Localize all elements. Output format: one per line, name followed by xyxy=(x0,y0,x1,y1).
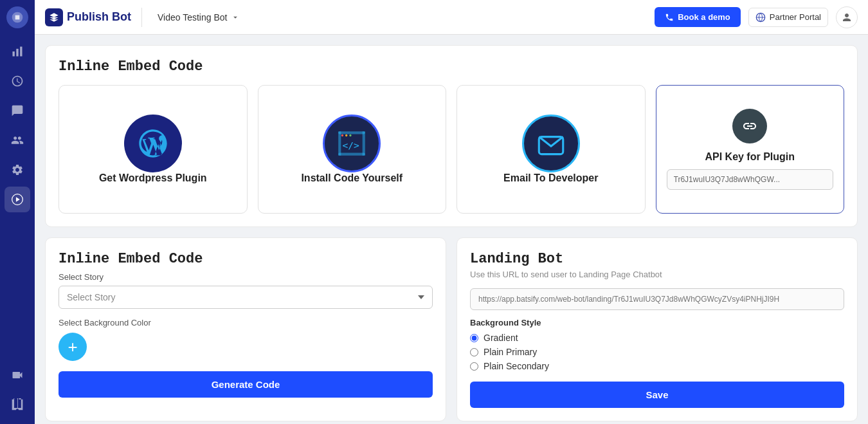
code-icon: </> xyxy=(336,127,368,160)
inline-embed-form-card: Inline Embed Code Select Story Select St… xyxy=(45,237,446,421)
bg-color-label: Select Background Color xyxy=(59,318,433,327)
email-developer-option[interactable]: Email To Developer xyxy=(457,85,646,214)
background-style-options: Gradient Plain Primary Plain Secondary xyxy=(470,333,844,371)
inline-embed-title: Inline Embed Code xyxy=(59,251,433,267)
sidebar xyxy=(0,0,35,424)
phone-icon xyxy=(665,13,674,22)
top-embed-card: Inline Embed Code Get Wordpress Plugin xyxy=(45,45,858,227)
api-key-title: API Key for Plugin xyxy=(705,151,795,163)
partner-portal-icon xyxy=(755,12,766,23)
gradient-radio[interactable] xyxy=(470,334,478,342)
svg-point-12 xyxy=(345,134,347,136)
brand: Publish Bot xyxy=(45,8,131,26)
svg-rect-8 xyxy=(338,131,341,156)
top-card-title: Inline Embed Code xyxy=(59,59,844,75)
plain-secondary-radio[interactable] xyxy=(470,362,478,371)
header-divider xyxy=(141,8,142,27)
api-key-input[interactable] xyxy=(667,169,834,190)
svg-rect-10 xyxy=(338,153,365,156)
select-story-label: Select Story xyxy=(59,272,433,282)
book-icon xyxy=(11,398,24,411)
plain-primary-label: Plain Primary xyxy=(484,347,537,357)
add-color-button[interactable]: + xyxy=(59,333,87,361)
brand-icon xyxy=(45,8,63,26)
plain-secondary-option[interactable]: Plain Secondary xyxy=(470,361,844,371)
gradient-label: Gradient xyxy=(484,333,518,343)
email-developer-label: Email To Developer xyxy=(503,172,598,184)
code-icon-ring: </> xyxy=(323,115,381,172)
user-icon xyxy=(841,12,853,23)
bot-selector[interactable]: Video Testing Bot xyxy=(152,10,245,25)
svg-point-13 xyxy=(350,134,352,136)
bg-style-label: Background Style xyxy=(470,318,844,327)
sidebar-item-launch[interactable] xyxy=(5,187,30,212)
wordpress-option[interactable]: Get Wordpress Plugin xyxy=(59,85,248,214)
wordpress-icon-ring xyxy=(124,115,182,172)
svg-rect-7 xyxy=(338,131,365,134)
svg-text:</>: </> xyxy=(343,140,360,151)
save-button[interactable]: Save xyxy=(470,382,844,408)
api-key-icon xyxy=(732,109,767,143)
settings-icon xyxy=(11,163,24,176)
generate-code-button[interactable]: Generate Code xyxy=(59,371,433,398)
sidebar-item-analytics[interactable] xyxy=(5,39,30,64)
svg-rect-1 xyxy=(13,51,15,57)
launch-icon xyxy=(11,193,24,206)
history-icon xyxy=(11,75,24,88)
book-demo-label: Book a demo xyxy=(678,12,730,22)
plain-secondary-label: Plain Secondary xyxy=(484,361,549,371)
svg-rect-3 xyxy=(20,47,22,57)
analytics-icon xyxy=(11,45,24,58)
embed-options-container: Get Wordpress Plugin </> xyxy=(59,85,844,214)
users-icon xyxy=(11,134,24,147)
landing-url-input[interactable] xyxy=(470,288,844,310)
plain-primary-radio[interactable] xyxy=(470,348,478,356)
bottom-section: Inline Embed Code Select Story Select St… xyxy=(45,237,858,421)
email-icon-ring xyxy=(522,115,580,172)
content-area: Inline Embed Code Get Wordpress Plugin xyxy=(35,35,868,424)
sidebar-item-book[interactable] xyxy=(5,392,30,418)
landing-bot-card: Landing Bot Use this URL to send user to… xyxy=(457,237,858,421)
svg-rect-2 xyxy=(16,49,18,57)
landing-bot-subtitle: Use this URL to send user to Landing Pag… xyxy=(470,270,844,279)
sidebar-item-chat[interactable] xyxy=(5,98,30,124)
chevron-down-icon xyxy=(231,13,240,22)
color-section: Select Background Color + xyxy=(59,318,433,361)
landing-bot-title: Landing Bot xyxy=(470,251,844,267)
wordpress-icon xyxy=(136,127,170,160)
email-icon xyxy=(535,127,567,160)
link-icon xyxy=(742,118,757,134)
install-code-label: Install Code Yourself xyxy=(301,172,402,184)
publish-bot-logo-icon xyxy=(49,12,59,23)
partner-portal-button[interactable]: Partner Portal xyxy=(748,8,828,27)
plain-primary-option[interactable]: Plain Primary xyxy=(470,347,844,357)
video-icon xyxy=(11,369,24,382)
logo-icon xyxy=(11,11,24,24)
partner-portal-label: Partner Portal xyxy=(770,12,821,22)
svg-point-11 xyxy=(341,134,343,136)
wordpress-label: Get Wordpress Plugin xyxy=(99,172,207,184)
svg-rect-9 xyxy=(363,131,365,156)
gradient-option[interactable]: Gradient xyxy=(470,333,844,343)
main-area: Publish Bot Video Testing Bot Book a dem… xyxy=(35,0,868,424)
chat-icon xyxy=(11,104,24,117)
sidebar-item-users[interactable] xyxy=(5,127,30,153)
select-story-dropdown[interactable]: Select Story xyxy=(59,286,433,309)
sidebar-item-history[interactable] xyxy=(5,68,30,94)
sidebar-logo[interactable] xyxy=(6,6,28,28)
brand-name: Publish Bot xyxy=(67,10,131,24)
bot-name: Video Testing Bot xyxy=(158,12,227,23)
sidebar-item-video[interactable] xyxy=(5,362,30,388)
sidebar-item-settings[interactable] xyxy=(5,157,30,183)
header: Publish Bot Video Testing Bot Book a dem… xyxy=(35,0,868,35)
book-demo-button[interactable]: Book a demo xyxy=(655,7,741,27)
api-key-option: API Key for Plugin xyxy=(656,85,845,214)
user-button[interactable] xyxy=(836,6,858,28)
install-code-option[interactable]: </> Install Code Yourself xyxy=(258,85,447,214)
